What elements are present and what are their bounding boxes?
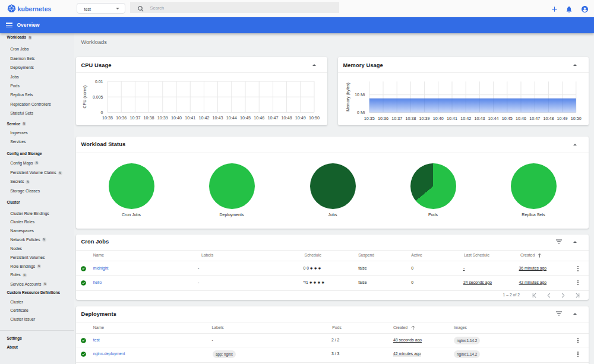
svg-text:0.005: 0.005 (93, 95, 103, 99)
svg-text:10:37: 10:37 (129, 115, 140, 121)
svg-text:10:42: 10:42 (198, 115, 209, 121)
svg-text:10:42: 10:42 (460, 116, 471, 121)
svg-text:10:44: 10:44 (488, 116, 499, 121)
svg-text:10:36: 10:36 (116, 115, 127, 121)
svg-text:10:46: 10:46 (516, 116, 526, 121)
svg-text:Memory (bytes): Memory (bytes) (346, 83, 350, 112)
svg-text:10:44: 10:44 (226, 115, 237, 121)
svg-text:10:38: 10:38 (144, 115, 154, 121)
svg-text:0 Mi: 0 Mi (357, 110, 365, 115)
svg-text:10:41: 10:41 (185, 115, 195, 121)
svg-text:10:49: 10:49 (295, 115, 306, 121)
svg-text:CPU (cores): CPU (cores) (83, 86, 87, 109)
svg-text:10:50: 10:50 (571, 116, 582, 121)
svg-text:10:38: 10:38 (405, 116, 416, 121)
svg-text:10:43: 10:43 (213, 115, 223, 121)
svg-text:10:47: 10:47 (267, 115, 278, 121)
svg-text:10:45: 10:45 (502, 116, 513, 121)
svg-text:10:45: 10:45 (240, 115, 251, 121)
svg-text:10:37: 10:37 (391, 116, 402, 121)
svg-text:10:47: 10:47 (529, 116, 540, 121)
svg-text:10:43: 10:43 (474, 116, 485, 121)
svg-text:10:46: 10:46 (254, 115, 264, 121)
svg-text:10:48: 10:48 (543, 116, 554, 121)
svg-text:10:48: 10:48 (282, 115, 292, 121)
svg-text:10:36: 10:36 (378, 116, 388, 121)
svg-text:10:49: 10:49 (557, 116, 568, 121)
svg-text:10:35: 10:35 (102, 115, 113, 121)
svg-text:10 Mi: 10 Mi (355, 93, 365, 97)
svg-text:10:50: 10:50 (309, 115, 320, 121)
svg-text:10:40: 10:40 (171, 115, 182, 121)
svg-text:10:39: 10:39 (419, 116, 430, 121)
svg-text:10:41: 10:41 (447, 116, 457, 121)
svg-text:0.01: 0.01 (95, 80, 103, 84)
svg-text:10:39: 10:39 (157, 115, 168, 121)
svg-text:0: 0 (101, 110, 103, 115)
svg-text:10:40: 10:40 (433, 116, 444, 121)
svg-text:10:35: 10:35 (364, 116, 375, 121)
